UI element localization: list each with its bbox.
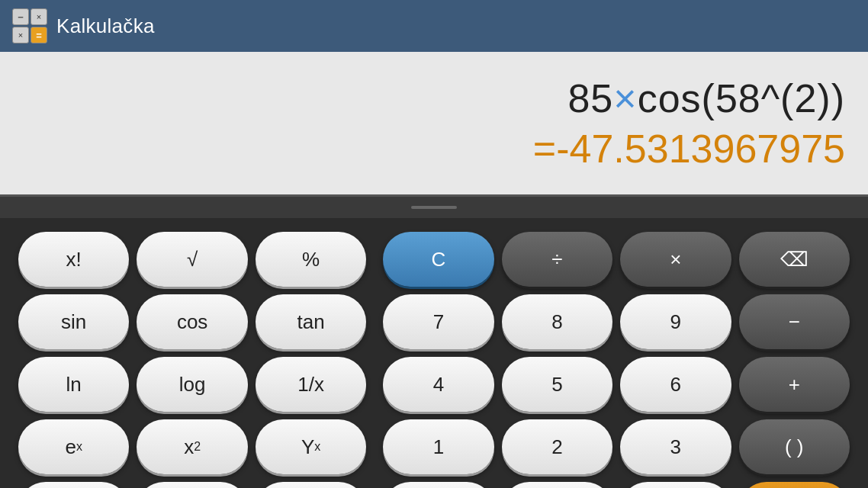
drag-handle[interactable] [0, 197, 868, 218]
button-row-5: |x| π e 0 . +/− = [18, 482, 850, 488]
ln-button[interactable]: ln [18, 357, 129, 412]
two-button[interactable]: 2 [502, 419, 612, 474]
cos-button[interactable]: cos [137, 294, 247, 349]
drag-handle-line [411, 206, 457, 209]
equals-button[interactable]: = [739, 482, 850, 488]
exp-button[interactable]: ex [18, 419, 129, 474]
square-button[interactable]: x2 [137, 419, 247, 474]
three-button[interactable]: 3 [620, 419, 731, 474]
parens-button[interactable]: ( ) [739, 419, 850, 474]
calculator-display: 85×cos(58^(2)) =-47.5313967975 [0, 52, 868, 197]
add-button[interactable]: + [739, 357, 850, 412]
seven-button[interactable]: 7 [383, 294, 493, 349]
restore-button[interactable]: × [12, 27, 29, 43]
eight-button[interactable]: 8 [502, 294, 612, 349]
titlebar-icons: − × × = [12, 8, 47, 43]
multiply-operator: × [613, 76, 637, 120]
button-row-4: ex x2 Yx 1 2 3 ( ) [18, 419, 850, 474]
clear-button[interactable]: C [383, 232, 493, 287]
button-row-3: ln log 1/x 4 5 6 + [18, 357, 850, 412]
sin-button[interactable]: sin [18, 294, 129, 349]
minimize-button[interactable]: − [12, 8, 29, 25]
result-display: =-47.5313967975 [533, 126, 845, 172]
close-button[interactable]: × [31, 8, 47, 25]
euler-button[interactable]: e [256, 482, 366, 488]
nine-button[interactable]: 9 [620, 294, 731, 349]
power-button[interactable]: Yx [256, 419, 366, 474]
reciprocal-button[interactable]: 1/x [256, 357, 366, 412]
sqrt-button[interactable]: √ [137, 232, 247, 287]
five-button[interactable]: 5 [502, 357, 612, 412]
keypad: x! √ % C ÷ × ⌫ sin cos tan 7 8 9 − ln lo… [0, 218, 868, 488]
one-button[interactable]: 1 [383, 419, 493, 474]
negate-button[interactable]: +/− [620, 482, 731, 488]
pi-button[interactable]: π [137, 482, 247, 488]
factorial-button[interactable]: x! [18, 232, 129, 287]
multiply-button[interactable]: × [620, 232, 731, 287]
zero-button[interactable]: 0 [383, 482, 493, 488]
abs-button[interactable]: |x| [18, 482, 129, 488]
percent-button[interactable]: % [256, 232, 366, 287]
log-button[interactable]: log [137, 357, 247, 412]
maximize-button[interactable]: = [31, 27, 47, 43]
decimal-button[interactable]: . [502, 482, 612, 488]
expression-display: 85×cos(58^(2)) [567, 75, 845, 121]
button-row-1: x! √ % C ÷ × ⌫ [18, 232, 850, 287]
backspace-button[interactable]: ⌫ [739, 232, 850, 287]
app-title: Kalkulačka [56, 14, 155, 38]
button-row-2: sin cos tan 7 8 9 − [18, 294, 850, 349]
six-button[interactable]: 6 [620, 357, 731, 412]
divide-button[interactable]: ÷ [502, 232, 612, 287]
four-button[interactable]: 4 [383, 357, 493, 412]
subtract-button[interactable]: − [739, 294, 850, 349]
tan-button[interactable]: tan [256, 294, 366, 349]
titlebar: − × × = Kalkulačka [0, 0, 868, 52]
